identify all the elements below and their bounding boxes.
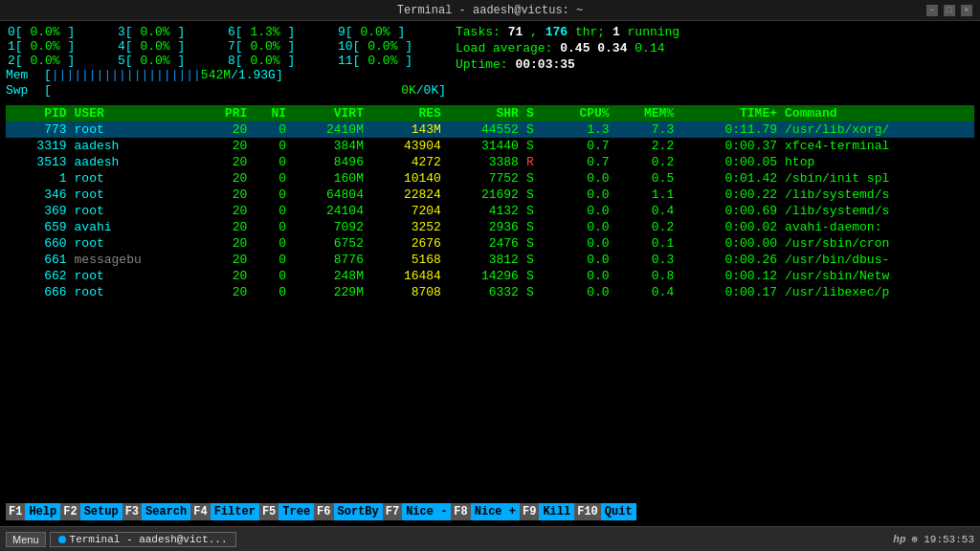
cell-res: 143M [368, 121, 445, 138]
cell-ni: 0 [251, 284, 290, 300]
func-item-f1[interactable]: F1Help [6, 501, 60, 522]
cell-cpu: 0.7 [548, 138, 613, 154]
cell-ni: 0 [251, 268, 290, 284]
cell-pri: 20 [199, 203, 251, 219]
table-row[interactable]: 1root200160M101407752S0.00.50:01.42/sbin… [6, 170, 974, 187]
cell-virt: 384M [290, 138, 368, 154]
table-row[interactable]: 346root200648042282421692S0.01.10:00.22/… [6, 187, 974, 203]
func-key: F3 [122, 503, 142, 520]
cell-mem: 0.8 [613, 268, 679, 284]
mem-used: 542M [201, 68, 231, 82]
terminal-app-button[interactable]: Terminal - aadesh@vict... [50, 532, 236, 547]
cpu-cell: 10[ 0.0% ] [336, 39, 446, 54]
cell-s: S [523, 170, 548, 187]
table-row[interactable]: 660root200675226762476S0.00.10:00.00/usr… [6, 235, 974, 252]
cell-shr: 3812 [445, 252, 523, 268]
cell-virt: 6752 [290, 235, 368, 252]
minimize-button[interactable]: − [926, 5, 938, 16]
cell-pid: 1 [6, 170, 71, 187]
cell-res: 4272 [368, 154, 445, 170]
cell-pid: 346 [6, 187, 71, 203]
cell-mem: 7.3 [613, 121, 679, 138]
func-item-f10[interactable]: F10Quit [574, 501, 635, 522]
func-item-f9[interactable]: F9Kill [520, 501, 574, 522]
cell-cmd: htop [781, 154, 974, 170]
func-key: F10 [574, 503, 601, 520]
cell-cmd: /usr/sbin/cron [781, 235, 974, 252]
cell-ni: 0 [251, 138, 290, 154]
load5: 0.34 [597, 41, 627, 55]
cell-pri: 20 [199, 138, 251, 154]
cell-shr: 21692 [445, 187, 523, 203]
left-section: 0[ 0.0% ]3[ 0.0% ]6[ 1.3% ]9[ 0.0% ]1[ 0… [6, 25, 446, 101]
cell-s: S [523, 252, 548, 268]
cpu-cell: 8[ 0.0% ] [226, 54, 336, 68]
table-row[interactable]: 3319aadesh200384M4390431440S0.72.20:00.3… [6, 138, 974, 154]
cell-cpu: 0.0 [548, 219, 613, 235]
cell-user: root [71, 203, 200, 219]
func-label: Quit [601, 503, 636, 520]
cell-mem: 1.1 [613, 187, 679, 203]
cell-shr: 6332 [445, 284, 523, 300]
stat-tasks: Tasks: 71 , 176 thr; 1 running [456, 25, 974, 39]
func-key: F2 [60, 503, 79, 520]
table-row[interactable]: 662root200248M1648414296S0.00.80:00.12/u… [6, 268, 974, 284]
network-icon: ⊕ [912, 533, 919, 545]
func-item-f3[interactable]: F3Search [122, 501, 191, 522]
taskbar-left: Menu Terminal - aadesh@vict... [6, 532, 236, 547]
cell-s: S [523, 138, 548, 154]
mem-total: 1.93G [238, 68, 276, 82]
right-section: Tasks: 71 , 176 thr; 1 running Load aver… [446, 25, 974, 101]
cell-s: S [523, 284, 548, 300]
table-row[interactable]: 659avahi200709232522936S0.00.20:00.02ava… [6, 219, 974, 235]
cell-cmd: /usr/lib/xorg/ [781, 121, 974, 138]
maximize-button[interactable]: □ [944, 5, 955, 16]
func-item-f2[interactable]: F2Setup [60, 501, 122, 522]
table-row[interactable]: 369root2002410472044132S0.00.40:00.69/li… [6, 203, 974, 219]
func-item-f6[interactable]: F6SortBy [314, 501, 383, 522]
func-key: F7 [383, 503, 402, 520]
cell-time: 0:00.00 [678, 235, 781, 252]
column-header: Command [781, 105, 974, 121]
func-label: Setup [80, 503, 122, 520]
cell-virt: 64804 [290, 187, 368, 203]
close-button[interactable]: × [961, 5, 972, 16]
func-item-f5[interactable]: F5Tree [259, 501, 314, 522]
cell-user: avahi [71, 219, 200, 235]
column-header: TIME+ [678, 105, 781, 121]
cell-res: 16484 [368, 268, 445, 284]
column-header: USER [71, 105, 200, 121]
cell-mem: 0.4 [613, 284, 679, 300]
tasks-thr: 176 [546, 25, 568, 39]
cell-shr: 2936 [445, 219, 523, 235]
cell-cpu: 1.3 [548, 121, 613, 138]
column-header: NI [251, 105, 290, 121]
cell-pid: 3513 [6, 154, 71, 170]
tasks-run: 1 [612, 25, 620, 39]
table-row[interactable]: 666root200229M87086332S0.00.40:00.17/usr… [6, 284, 974, 300]
cell-mem: 0.3 [613, 252, 679, 268]
func-label: Help [25, 503, 60, 520]
cell-shr: 31440 [445, 138, 523, 154]
column-header: VIRT [290, 105, 368, 121]
table-row[interactable]: 773root2002410M143M44552S1.37.30:11.79/u… [6, 121, 974, 138]
cell-pid: 3319 [6, 138, 71, 154]
menu-button[interactable]: Menu [6, 532, 46, 547]
table-row[interactable]: 661messagebu200877651683812S0.00.30:00.2… [6, 252, 974, 268]
func-item-f8[interactable]: F8Nice + [451, 501, 520, 522]
cell-s: S [523, 203, 548, 219]
func-item-f4[interactable]: F4Filter [190, 501, 259, 522]
cell-cpu: 0.0 [548, 235, 613, 252]
cell-res: 10140 [368, 170, 445, 187]
table-row[interactable]: 3513aadesh200849642723388R0.70.20:00.05h… [6, 154, 974, 170]
func-item-f7[interactable]: F7Nice - [383, 501, 452, 522]
tasks-num: 71 [508, 25, 523, 39]
func-label: Kill [539, 503, 574, 520]
cell-virt: 229M [290, 284, 368, 300]
cell-pri: 20 [199, 121, 251, 138]
top-section: 0[ 0.0% ]3[ 0.0% ]6[ 1.3% ]9[ 0.0% ]1[ 0… [6, 25, 974, 101]
func-label: Tree [278, 503, 314, 520]
function-bar: F1HelpF2SetupF3SearchF4FilterF5TreeF6Sor… [6, 501, 974, 522]
cell-user: root [71, 187, 200, 203]
cell-res: 2676 [368, 235, 445, 252]
